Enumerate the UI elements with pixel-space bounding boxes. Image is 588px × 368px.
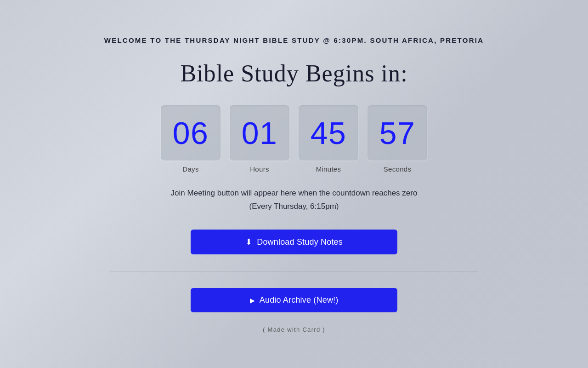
countdown-seconds-label: Seconds xyxy=(384,165,411,173)
countdown-seconds-value: 57 xyxy=(379,115,415,151)
countdown-minutes-box: 45 xyxy=(299,105,358,161)
info-text: Join Meeting button will appear here whe… xyxy=(171,187,418,213)
countdown-days-unit: 06 Days xyxy=(161,105,220,173)
countdown-days-box: 06 xyxy=(161,105,220,161)
page-wrapper: WELCOME TO THE THURSDAY NIGHT BIBLE STUD… xyxy=(41,26,547,343)
countdown-minutes-label: Minutes xyxy=(316,165,341,173)
download-study-notes-button[interactable]: ⬇ Download Study Notes xyxy=(191,230,397,254)
page-title: Bible Study Begins in: xyxy=(180,60,407,87)
countdown-hours-label: Hours xyxy=(250,165,269,173)
countdown-days-value: 06 xyxy=(173,115,209,151)
info-text-line1: Join Meeting button will appear here whe… xyxy=(171,189,418,197)
audio-archive-button[interactable]: ▶ Audio Archive (New!) xyxy=(191,288,397,312)
footer-text: ( Made with Carrd ) xyxy=(263,326,325,333)
info-text-line2: (Every Thursday, 6:15pm) xyxy=(249,202,339,211)
archive-button-label: Audio Archive (New!) xyxy=(260,295,339,305)
countdown-hours-box: 01 xyxy=(230,105,289,161)
countdown-minutes-value: 45 xyxy=(311,115,346,151)
welcome-text: WELCOME TO THE THURSDAY NIGHT BIBLE STUD… xyxy=(104,35,484,46)
countdown-seconds-unit: 57 Seconds xyxy=(368,105,427,173)
countdown-days-label: Days xyxy=(182,165,198,173)
countdown-hours-unit: 01 Hours xyxy=(230,105,289,173)
countdown-minutes-unit: 45 Minutes xyxy=(299,105,358,173)
play-icon: ▶ xyxy=(250,297,255,304)
download-icon: ⬇ xyxy=(245,237,252,247)
section-divider xyxy=(110,271,478,271)
countdown-hours-value: 01 xyxy=(242,115,277,151)
download-button-label: Download Study Notes xyxy=(257,237,343,247)
countdown-seconds-box: 57 xyxy=(368,105,427,161)
countdown-container: 06 Days 01 Hours 45 Minutes 57 Seconds xyxy=(161,105,427,173)
